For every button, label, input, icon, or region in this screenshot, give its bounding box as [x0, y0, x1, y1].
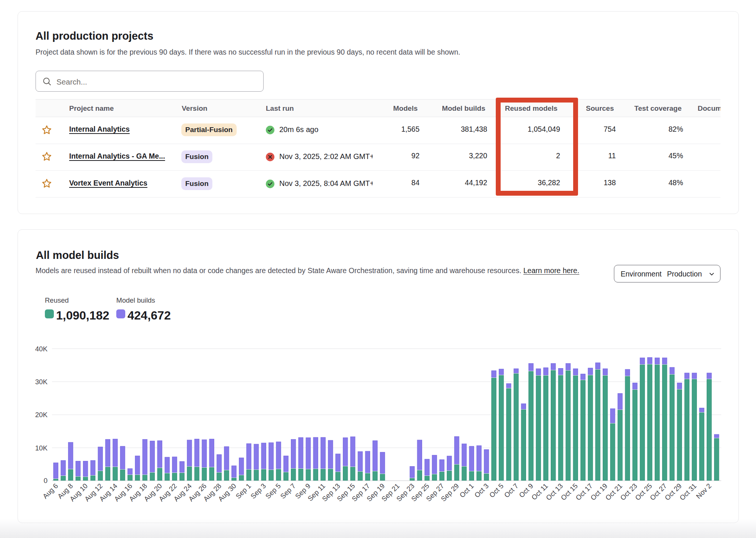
svg-text:10K: 10K — [35, 444, 48, 452]
svg-text:Oct 5: Oct 5 — [488, 482, 505, 499]
svg-text:40K: 40K — [35, 345, 48, 353]
svg-text:Aug 6: Aug 6 — [41, 482, 59, 500]
svg-text:Oct 3: Oct 3 — [473, 482, 490, 499]
svg-text:Sep 1: Sep 1 — [234, 482, 252, 500]
svg-text:Sep 7: Sep 7 — [279, 482, 297, 500]
svg-text:Oct 31: Oct 31 — [678, 482, 698, 502]
svg-text:Oct 7: Oct 7 — [503, 482, 520, 499]
svg-text:Sep 5: Sep 5 — [264, 482, 282, 500]
svg-text:20K: 20K — [35, 411, 48, 419]
svg-text:30K: 30K — [35, 378, 48, 386]
svg-text:Nov 2: Nov 2 — [695, 482, 713, 500]
svg-text:0: 0 — [44, 477, 47, 484]
svg-text:Oct 1: Oct 1 — [458, 482, 475, 499]
svg-text:Sep 3: Sep 3 — [249, 482, 267, 500]
